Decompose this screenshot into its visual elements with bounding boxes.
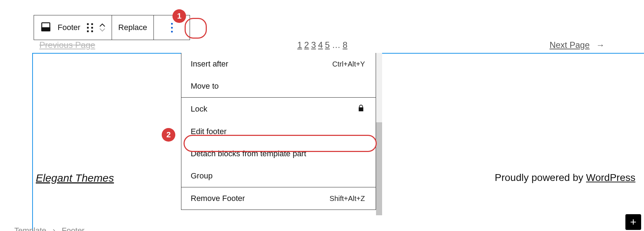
page-8[interactable]: 8: [343, 40, 347, 50]
menu-move-to[interactable]: Move to: [181, 75, 376, 97]
chevron-down-icon[interactable]: [99, 28, 105, 32]
menu-remove-shortcut: Shift+Alt+Z: [330, 195, 365, 203]
page-1[interactable]: 1: [297, 40, 302, 50]
next-page-link[interactable]: Next Page: [550, 40, 590, 50]
page-5[interactable]: 5: [325, 40, 330, 50]
annotation-badge-1: 1: [172, 9, 186, 23]
breadcrumb-separator: ›: [53, 226, 55, 231]
plus-icon: +: [630, 216, 636, 228]
page-3[interactable]: 3: [311, 40, 316, 50]
arrow-right-icon: →: [596, 40, 605, 50]
wordpress-link[interactable]: WordPress: [586, 172, 635, 183]
options-dropdown-wrap: Insert after Ctrl+Alt+Y Move to Lock Edi…: [181, 53, 382, 215]
menu-insert-after-shortcut: Ctrl+Alt+Y: [332, 60, 365, 68]
menu-lock-label: Lock: [191, 104, 207, 114]
menu-lock[interactable]: Lock: [181, 98, 376, 121]
menu-group[interactable]: Group: [181, 165, 376, 187]
replace-button[interactable]: Replace: [112, 15, 154, 40]
footer-block-icon: [40, 21, 51, 34]
next-page-wrap: Next Page →: [550, 40, 605, 50]
block-type-label: Footer: [58, 23, 80, 32]
pagination-numbers: 1 2 3 4 5 … 8: [297, 40, 347, 50]
breadcrumb-footer[interactable]: Footer: [62, 226, 85, 231]
annotation-ring-2: [184, 135, 377, 152]
page-2[interactable]: 2: [304, 40, 309, 50]
menu-move-to-label: Move to: [191, 82, 219, 91]
menu-remove-label: Remove Footer: [191, 194, 245, 203]
previous-page-link[interactable]: Previous Page: [39, 40, 95, 50]
dropdown-scrollbar-thumb[interactable]: [376, 122, 382, 215]
site-title-link[interactable]: Elegant Themes: [36, 172, 114, 184]
block-mover[interactable]: [99, 23, 105, 32]
add-block-button[interactable]: +: [625, 214, 641, 230]
menu-group-label: Group: [191, 171, 213, 181]
menu-insert-after-label: Insert after: [191, 59, 228, 69]
editor-breadcrumb: Template › Footer: [14, 226, 84, 231]
breadcrumb-template[interactable]: Template: [14, 226, 46, 231]
menu-insert-after[interactable]: Insert after Ctrl+Alt+Y: [181, 53, 376, 75]
powered-by-text: Proudly powered by WordPress: [495, 172, 635, 183]
powered-by-prefix: Proudly powered by: [495, 172, 586, 183]
annotation-badge-2: 2: [162, 128, 175, 142]
chevron-up-icon[interactable]: [99, 23, 105, 27]
drag-handle-icon[interactable]: [87, 23, 93, 32]
kebab-icon: [160, 23, 183, 33]
replace-label: Replace: [118, 23, 147, 32]
page-4[interactable]: 4: [318, 40, 323, 50]
block-options-dropdown: Insert after Ctrl+Alt+Y Move to Lock Edi…: [181, 53, 376, 210]
svg-rect-1: [42, 28, 50, 31]
block-toolbar: Footer Replace: [34, 15, 190, 40]
lock-icon: [357, 104, 365, 114]
pagination-row: Previous Page 1 2 3 4 5 … 8 Next Page →: [0, 40, 644, 50]
block-type-cell: Footer: [34, 15, 112, 40]
menu-remove-footer[interactable]: Remove Footer Shift+Alt+Z: [181, 187, 376, 210]
page-ellipsis: …: [332, 40, 341, 50]
annotation-ring-1: [185, 18, 207, 39]
